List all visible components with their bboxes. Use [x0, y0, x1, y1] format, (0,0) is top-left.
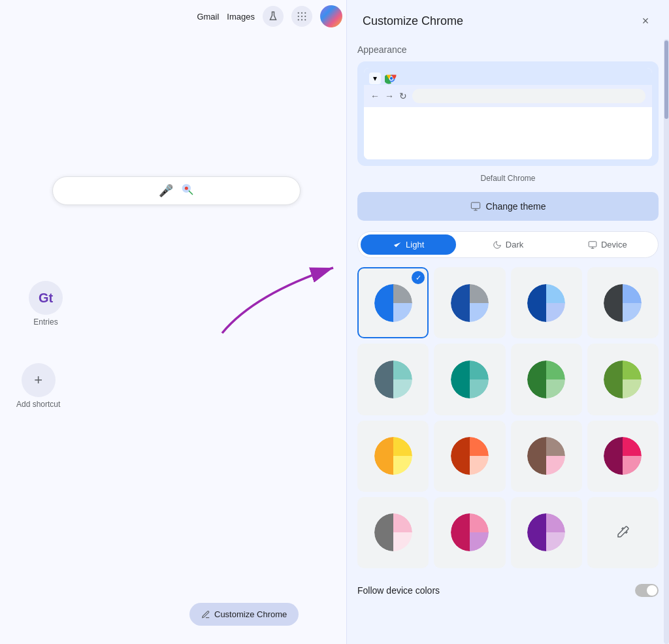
add-shortcut-button[interactable]: + Add shortcut — [16, 363, 60, 409]
follow-device-toggle[interactable] — [635, 584, 659, 597]
images-link[interactable]: Images — [227, 12, 255, 22]
color-swatch-pink[interactable] — [587, 421, 659, 492]
refresh-icon[interactable]: ↻ — [399, 91, 407, 101]
close-panel-button[interactable]: × — [635, 10, 656, 31]
entries-shortcut-label: Entries — [33, 317, 57, 327]
browser-preview-inner: ▾ — [364, 68, 652, 159]
svg-point-5 — [304, 16, 306, 17]
color-swatch-yellow[interactable] — [357, 421, 429, 492]
svg-line-11 — [189, 191, 193, 195]
color-swatches-grid: ✓ — [357, 267, 659, 568]
color-swatch-blue-2[interactable] — [434, 267, 505, 338]
color-swatch-purple[interactable] — [511, 497, 582, 568]
entries-shortcut-icon: Gt — [29, 281, 63, 315]
customize-chrome-panel: Customize Chrome × Appearance ▾ — [346, 0, 669, 644]
top-nav: Gmail Images — [0, 0, 353, 33]
svg-point-8 — [304, 19, 306, 20]
browser-preview: ▾ — [357, 61, 659, 166]
user-avatar[interactable] — [320, 5, 342, 27]
voice-search-icon[interactable]: 🎤 — [159, 184, 173, 198]
svg-point-10 — [185, 187, 188, 190]
browser-nav-bar: ← → ↻ — [364, 85, 652, 107]
customize-chrome-button[interactable]: Customize Chrome — [189, 603, 299, 626]
svg-point-0 — [298, 12, 299, 14]
main-area: Gmail Images 🎤 — [0, 0, 353, 644]
follow-device-colors-row: Follow device colors — [357, 579, 659, 602]
svg-rect-17 — [589, 241, 596, 246]
panel-title: Customize Chrome — [363, 14, 463, 28]
change-theme-button[interactable]: Change theme — [357, 192, 659, 221]
default-chrome-label: Default Chrome — [357, 174, 659, 183]
svg-rect-16 — [471, 202, 480, 208]
add-shortcut-icon: + — [22, 363, 56, 397]
device-mode-tab[interactable]: Device — [560, 234, 655, 255]
panel-scrollbar[interactable] — [664, 39, 669, 644]
toggle-knob — [647, 585, 657, 596]
color-swatch-pink-purple[interactable] — [434, 497, 505, 568]
color-swatch-peach[interactable] — [434, 421, 505, 492]
lens-search-icon[interactable] — [181, 183, 194, 199]
color-swatch-blush[interactable] — [511, 421, 582, 492]
search-box[interactable]: 🎤 — [52, 176, 301, 205]
change-theme-label: Change theme — [486, 201, 546, 212]
chrome-logo-icon — [385, 72, 398, 85]
entries-shortcut[interactable]: Gt Entries — [29, 281, 63, 327]
color-swatch-teal-1[interactable] — [357, 344, 429, 415]
svg-point-4 — [301, 16, 302, 17]
panel-header: Customize Chrome × — [347, 0, 669, 39]
color-swatch-custom[interactable] — [587, 497, 659, 568]
color-swatch-rose-gray[interactable] — [357, 497, 429, 568]
panel-content: Appearance ▾ — [347, 39, 669, 644]
color-swatch-blue-3[interactable] — [511, 267, 582, 338]
forward-arrow-icon[interactable]: → — [385, 91, 394, 101]
color-swatch-green-2[interactable] — [587, 344, 659, 415]
browser-tab-bar: ▾ — [364, 68, 652, 85]
svg-point-3 — [298, 16, 299, 17]
add-shortcut-label: Add shortcut — [16, 400, 60, 409]
svg-point-6 — [298, 19, 299, 20]
dark-mode-label: Dark — [506, 240, 523, 250]
customize-chrome-btn-label: Customize Chrome — [214, 609, 287, 619]
appearance-label: Appearance — [357, 44, 659, 55]
color-swatch-slate[interactable] — [587, 267, 659, 338]
gmail-link[interactable]: Gmail — [197, 12, 219, 22]
device-mode-label: Device — [601, 240, 627, 250]
color-swatch-teal-2[interactable] — [434, 344, 505, 415]
back-arrow-icon[interactable]: ← — [370, 91, 380, 101]
selected-check-icon: ✓ — [412, 271, 425, 284]
svg-point-1 — [301, 12, 302, 14]
svg-point-7 — [301, 19, 302, 20]
light-mode-label: Light — [406, 240, 424, 250]
search-area: 🎤 — [52, 176, 301, 205]
color-swatch-green-1[interactable] — [511, 344, 582, 415]
color-swatch-blue-default[interactable]: ✓ — [357, 267, 429, 338]
browser-body — [364, 107, 652, 159]
scrollbar-thumb — [664, 40, 668, 119]
labs-icon[interactable] — [263, 6, 284, 27]
follow-device-label: Follow device colors — [357, 585, 440, 596]
apps-icon[interactable] — [291, 6, 312, 27]
mode-tabs: Light Dark Device — [357, 231, 659, 258]
dark-mode-tab[interactable]: Dark — [460, 234, 555, 255]
address-bar[interactable] — [412, 89, 645, 103]
light-mode-tab[interactable]: Light — [361, 234, 456, 255]
svg-point-2 — [304, 12, 306, 14]
browser-tab-dropdown[interactable]: ▾ — [369, 72, 381, 84]
